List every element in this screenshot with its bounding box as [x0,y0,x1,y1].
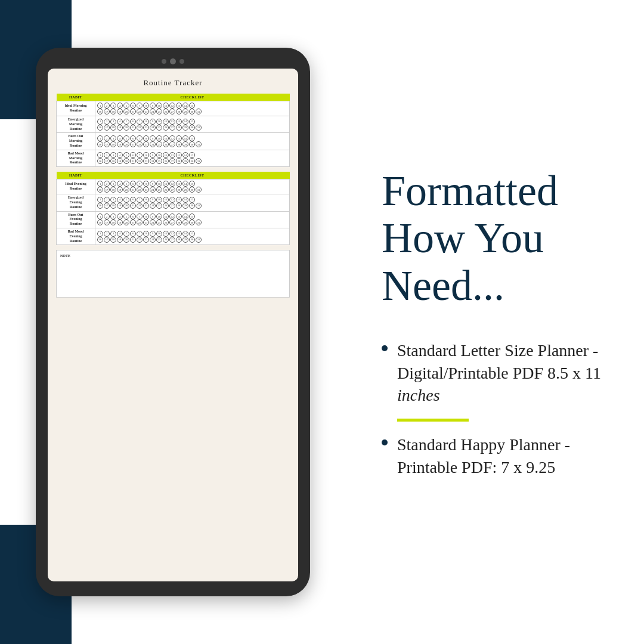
table-row: Bad MoodEveningRoutine 12345678910111213… [57,228,290,244]
headline: FormattedHow YouNeed... [382,168,614,309]
table-row: EnergizedMorningRoutine 1234567891011121… [57,116,290,133]
tablet-camera-bar [162,58,184,64]
checklist-cell: 123456789101112131415 161718192021222324… [95,194,290,211]
bullet-dot-1 [382,345,388,351]
bullet-text-2: Standard Happy Planner - Printable PDF: … [397,434,614,479]
habit-label: Ideal MorningRoutine [57,101,95,116]
habit-label: Burn OutEveningRoutine [57,211,95,228]
morning-header-row: HABIT CHECKLIST [57,94,290,101]
checklist-cell: 123456789101112131415 161718192021222324… [95,179,290,194]
evening-checklist-header: CHECKLIST [95,172,290,179]
evening-header-row: HABIT CHECKLIST [57,172,290,179]
camera-dot-3 [179,59,184,64]
table-row: Burn OutMorningRoutine 12345678910111213… [57,133,290,150]
note-section: NOTE [56,250,290,298]
table-row: Burn OutEveningRoutine 12345678910111213… [57,211,290,228]
bad-mood-evening-label: Bad MoodEveningRoutine [57,228,95,244]
right-panel: FormattedHow YouNeed... Standard Letter … [346,0,644,644]
note-label: NOTE [60,254,286,258]
checklist-cell: 123456789101112131415 161718192021222324… [95,150,290,166]
checklist-cell: 123456789101112131415 161718192021222324… [95,101,290,116]
doc-title: Routine Tracker [56,78,290,88]
bullet-text-1: Standard Letter Size Planner - Digital/P… [397,339,614,407]
habit-label: Ideal EveningRoutine [57,179,95,194]
numbers-bottom: 16171819202122232425262728293031 [97,109,287,114]
camera-dot-2 [170,58,176,64]
evening-table: HABIT CHECKLIST Ideal EveningRoutine 123… [56,172,290,245]
left-panel: Routine Tracker HABIT CHECKLIST Ideal Mo… [0,0,346,644]
divider-line [397,419,469,422]
table-row: EnergizedEveningRoutine 1234567891011121… [57,194,290,211]
camera-dot-1 [162,59,166,64]
morning-habit-header: HABIT [57,94,95,101]
habit-label: Bad MoodMorningRoutine [57,150,95,166]
checklist-cell: 123456789101112131415 161718192021222324… [95,133,290,150]
table-row: Ideal EveningRoutine 1234567891011121314… [57,179,290,194]
table-row: Bad MoodMorningRoutine 12345678910111213… [57,150,290,166]
habit-label: Burn OutMorningRoutine [57,133,95,150]
checklist-cell: 123456789101112131415 161718192021222324… [95,228,290,244]
bullet-list: Standard Letter Size Planner - Digital/P… [382,339,614,488]
tablet-screen: Routine Tracker HABIT CHECKLIST Ideal Mo… [48,69,298,581]
list-item: Standard Letter Size Planner - Digital/P… [382,339,614,407]
numbers-top: 123456789101112131415 [97,103,287,109]
list-item: Standard Happy Planner - Printable PDF: … [382,434,614,479]
habit-label: EnergizedMorningRoutine [57,116,95,133]
checklist-cell: 123456789101112131415 161718192021222324… [95,211,290,228]
evening-habit-header: HABIT [57,172,95,179]
table-row: Ideal MorningRoutine 1234567891011121314… [57,101,290,116]
checklist-cell: 123456789101112131415 161718192021222324… [95,116,290,133]
document: Routine Tracker HABIT CHECKLIST Ideal Mo… [48,69,298,307]
habit-label: EnergizedEveningRoutine [57,194,95,211]
bullet-dot-2 [382,439,388,445]
morning-table: HABIT CHECKLIST Ideal MorningRoutine 123… [56,94,290,167]
morning-checklist-header: CHECKLIST [95,94,290,101]
tablet: Routine Tracker HABIT CHECKLIST Ideal Mo… [36,48,310,596]
